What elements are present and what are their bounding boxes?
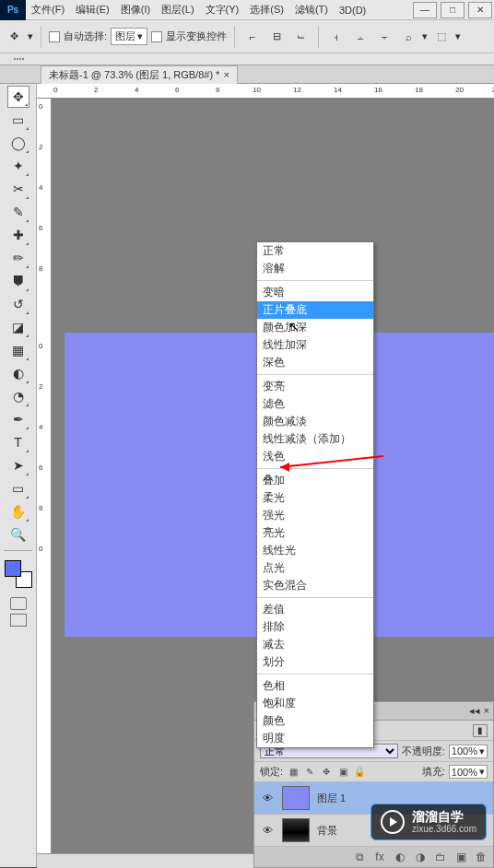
menu-filter[interactable]: 滤镜(T) bbox=[289, 0, 334, 19]
visibility-toggle-icon[interactable]: 👁 bbox=[260, 792, 275, 804]
type-tool[interactable]: T bbox=[7, 431, 29, 453]
layer-thumbnail[interactable] bbox=[282, 818, 310, 842]
move-tool-icon[interactable]: ✥ bbox=[4, 27, 24, 47]
lock-pixels-icon[interactable]: ✎ bbox=[303, 766, 316, 779]
lock-all-icon[interactable]: 🔒 bbox=[353, 766, 366, 779]
document-tab[interactable]: 未标题-1 @ 73.3% (图层 1, RGB/8#) * × bbox=[41, 65, 238, 84]
distribute-icon[interactable]: ⌕ bbox=[398, 27, 418, 47]
menu-file[interactable]: 文件(F) bbox=[26, 0, 70, 19]
history-brush-tool[interactable]: ↺ bbox=[7, 293, 29, 315]
align-right-icon[interactable]: ⫟ bbox=[374, 27, 394, 47]
blend-mode-item[interactable]: 叠加 bbox=[257, 472, 373, 489]
blend-mode-item[interactable]: 深色 bbox=[257, 354, 373, 371]
brush-tool[interactable]: ✏ bbox=[7, 247, 29, 269]
3d-mode-icon[interactable]: ⬚ bbox=[431, 27, 452, 47]
adjustment-layer-icon[interactable]: ◑ bbox=[414, 850, 427, 863]
quick-mask-button[interactable] bbox=[10, 597, 27, 610]
window-maximize[interactable]: □ bbox=[441, 2, 465, 18]
healing-brush-tool[interactable]: ✚ bbox=[7, 224, 29, 246]
color-swatches[interactable] bbox=[5, 560, 32, 588]
shape-tool[interactable]: ▭ bbox=[7, 477, 29, 499]
move-tool[interactable]: ✥ bbox=[7, 86, 29, 108]
close-icon[interactable]: × bbox=[223, 69, 229, 80]
blend-mode-item[interactable]: 溶解 bbox=[257, 260, 373, 277]
window-minimize[interactable]: — bbox=[413, 2, 437, 18]
blend-mode-item[interactable]: 色相 bbox=[257, 677, 373, 695]
align-top-icon[interactable]: ⌐ bbox=[242, 27, 263, 47]
lock-artboard-icon[interactable]: ▣ bbox=[336, 766, 349, 779]
align-center-icon[interactable]: ⫠ bbox=[350, 27, 370, 47]
screen-mode-button[interactable] bbox=[10, 614, 27, 627]
blend-mode-item[interactable]: 划分 bbox=[257, 653, 373, 671]
menu-3d[interactable]: 3D(D) bbox=[334, 2, 371, 18]
align-bottom-icon[interactable]: ⌙ bbox=[290, 27, 311, 47]
blend-mode-item[interactable]: 排除 bbox=[257, 618, 373, 636]
eraser-tool[interactable]: ◪ bbox=[7, 316, 29, 338]
menu-image[interactable]: 图像(I) bbox=[115, 0, 156, 19]
stamp-tool[interactable]: ⛊ bbox=[7, 270, 29, 292]
blend-mode-item[interactable]: 颜色 bbox=[257, 712, 373, 730]
layer-mask-icon[interactable]: ◐ bbox=[394, 850, 406, 863]
menu-text[interactable]: 文字(Y) bbox=[200, 0, 245, 19]
blend-mode-item[interactable]: 明度 bbox=[257, 730, 373, 747]
blend-mode-dropdown[interactable]: 正常 溶解 变暗 正片叠底 颜色加深 线性加深 深色 变亮 滤色 颜色减淡 线性… bbox=[256, 241, 374, 748]
visibility-toggle-icon[interactable]: 👁 bbox=[260, 824, 275, 837]
lock-position-icon[interactable]: ✥ bbox=[320, 766, 333, 779]
layer-name[interactable]: 背景 bbox=[317, 824, 337, 838]
gradient-tool[interactable]: ▦ bbox=[7, 339, 29, 361]
eyedropper-tool[interactable]: ✎ bbox=[7, 201, 29, 223]
link-layers-icon[interactable]: ⧉ bbox=[353, 850, 366, 863]
blend-mode-item[interactable]: 变亮 bbox=[257, 378, 373, 395]
auto-select-target[interactable]: 图层▾ bbox=[111, 28, 147, 45]
menu-layer[interactable]: 图层(L) bbox=[156, 0, 199, 19]
menu-select[interactable]: 选择(S) bbox=[244, 0, 289, 19]
layer-thumbnail[interactable] bbox=[282, 786, 310, 810]
blend-mode-item[interactable]: 颜色加深 bbox=[257, 319, 373, 336]
blend-mode-item[interactable]: 饱和度 bbox=[257, 695, 373, 712]
blend-mode-item[interactable]: 差值 bbox=[257, 601, 373, 618]
blend-mode-item[interactable]: 点光 bbox=[257, 559, 373, 577]
blend-mode-item[interactable]: 柔光 bbox=[257, 489, 373, 507]
window-close[interactable]: ✕ bbox=[468, 2, 492, 18]
panel-collapse-icon[interactable]: ◂◂ bbox=[469, 705, 480, 717]
opacity-field[interactable]: 100%▾ bbox=[449, 745, 488, 758]
blend-mode-item[interactable]: 滤色 bbox=[257, 395, 373, 413]
pen-tool[interactable]: ✒ bbox=[7, 408, 29, 430]
marquee-tool[interactable]: ▭ bbox=[7, 109, 29, 131]
blend-mode-item[interactable]: 浅色 bbox=[257, 448, 373, 465]
blend-mode-item[interactable]: 减去 bbox=[257, 636, 373, 653]
align-middle-icon[interactable]: ⊟ bbox=[266, 27, 287, 47]
blend-mode-item[interactable]: 正片叠底 bbox=[257, 301, 373, 319]
magic-wand-tool[interactable]: ✦ bbox=[7, 155, 29, 177]
blur-tool[interactable]: ◐ bbox=[7, 362, 29, 384]
layer-group-icon[interactable]: 🗀 bbox=[434, 850, 447, 863]
layer-fx-icon[interactable]: fx bbox=[373, 850, 386, 863]
blend-mode-item[interactable]: 颜色减淡 bbox=[257, 413, 373, 430]
filter-toggle-icon[interactable]: ▮ bbox=[473, 724, 488, 737]
new-layer-icon[interactable]: ▣ bbox=[454, 850, 467, 863]
blend-mode-item[interactable]: 线性光 bbox=[257, 542, 373, 559]
crop-tool[interactable]: ✂ bbox=[7, 178, 29, 200]
panel-close-icon[interactable]: × bbox=[484, 705, 489, 717]
blend-mode-item[interactable]: 实色混合 bbox=[257, 577, 373, 594]
path-select-tool[interactable]: ➤ bbox=[7, 454, 29, 476]
blend-mode-item[interactable]: 变暗 bbox=[257, 284, 373, 301]
blend-mode-item[interactable]: 线性加深 bbox=[257, 336, 373, 354]
delete-layer-icon[interactable]: 🗑 bbox=[475, 850, 488, 863]
blend-mode-item[interactable]: 亮光 bbox=[257, 524, 373, 542]
foreground-color-swatch[interactable] bbox=[5, 560, 21, 577]
align-left-icon[interactable]: ⫞ bbox=[326, 27, 347, 47]
fill-field[interactable]: 100%▾ bbox=[449, 765, 488, 779]
layer-name[interactable]: 图层 1 bbox=[317, 792, 346, 805]
auto-select-checkbox[interactable] bbox=[49, 31, 60, 42]
blend-mode-item[interactable]: 强光 bbox=[257, 507, 373, 524]
blend-mode-item[interactable]: 线性减淡（添加） bbox=[257, 430, 373, 448]
show-transform-checkbox[interactable] bbox=[151, 31, 162, 42]
zoom-tool[interactable]: 🔍 bbox=[7, 523, 29, 545]
menu-edit[interactable]: 编辑(E) bbox=[70, 0, 115, 19]
lock-transparency-icon[interactable]: ▦ bbox=[287, 766, 300, 779]
dodge-tool[interactable]: ◔ bbox=[7, 385, 29, 407]
lasso-tool[interactable]: ◯ bbox=[7, 132, 29, 154]
blend-mode-item[interactable]: 正常 bbox=[257, 242, 373, 260]
hand-tool[interactable]: ✋ bbox=[7, 500, 29, 522]
